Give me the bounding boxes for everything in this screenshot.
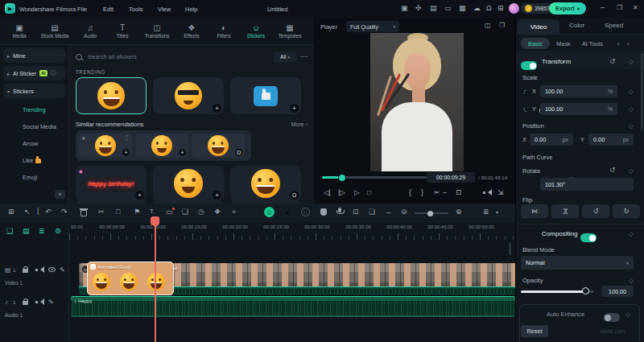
media-browser-icon[interactable]: ⊞: [8, 208, 14, 216]
duration-icon[interactable]: ◷: [198, 208, 204, 216]
sticker-laugh-emoji[interactable]: [76, 77, 147, 114]
avatar[interactable]: [509, 3, 519, 14]
track-height-icon[interactable]: ≣: [483, 208, 489, 216]
tab-stock-media[interactable]: ▤Stock Media: [35, 23, 74, 39]
voice-icon[interactable]: Ω: [290, 191, 299, 200]
scale-y-keyframe-icon[interactable]: ◇: [629, 105, 634, 113]
tab-effects[interactable]: ❖Effects: [175, 23, 208, 39]
playback-progress-knob[interactable]: [338, 174, 346, 182]
screen-record-icon[interactable]: ⊡: [353, 208, 359, 216]
sticker-laugh-variant[interactable]: ✳ ⋮ +: [79, 134, 132, 158]
subtab-next-icon[interactable]: ›: [627, 40, 629, 47]
scale-y-input[interactable]: 100.00%: [540, 103, 617, 115]
menu-file[interactable]: File: [77, 6, 87, 13]
tab-audio[interactable]: ♫Audio: [74, 23, 106, 39]
speed-ramp-icon[interactable]: ▭: [166, 208, 173, 216]
safe-area-icon[interactable]: [320, 208, 327, 216]
add-sticker-icon[interactable]: +: [179, 149, 186, 156]
sidebar-group-ai-sticker[interactable]: ▸ AI Sticker AI ⓘ: [3, 66, 65, 80]
compositing-keyframe-icon[interactable]: ◇: [629, 230, 634, 237]
next-frame-button[interactable]: |▷: [338, 188, 345, 196]
redo-icon[interactable]: ↷: [61, 208, 68, 216]
more-link[interactable]: More ›: [291, 122, 308, 127]
fullscreen-icon[interactable]: ⇲: [497, 188, 503, 196]
track-edit-icon[interactable]: ✎: [48, 299, 54, 306]
marker-flag-icon[interactable]: ⚑: [134, 208, 140, 216]
add-text-track-icon[interactable]: ▤: [23, 227, 30, 235]
video-preview[interactable]: [370, 33, 464, 171]
auto-enhance-keyframe-icon[interactable]: ◇: [625, 311, 630, 318]
split-icon[interactable]: ✂: [98, 208, 105, 216]
reset-button[interactable]: Reset: [521, 325, 548, 337]
stop-button[interactable]: □: [367, 188, 371, 196]
track-edit-icon[interactable]: ✎: [60, 266, 65, 274]
sidebar-item-trending[interactable]: Trending: [0, 101, 68, 118]
quality-dropdown[interactable]: Full Quality ▾: [346, 21, 399, 32]
zoom-in-icon[interactable]: ⊕: [456, 208, 462, 216]
scale-x-input[interactable]: 100.00%: [540, 85, 617, 97]
rotate-input[interactable]: 101.30°: [540, 178, 634, 191]
tab-speed[interactable]: Speed: [605, 22, 623, 29]
compositing-toggle[interactable]: [580, 233, 597, 242]
voiceover-icon[interactable]: [338, 208, 341, 212]
clipboard-icon[interactable]: ❏: [369, 208, 375, 216]
minimize-button[interactable]: –: [601, 4, 605, 11]
filter-dropdown[interactable]: All ▾: [274, 52, 296, 63]
manage-tracks-icon[interactable]: ≣: [39, 227, 45, 235]
tab-filters[interactable]: ◐Filters: [208, 23, 240, 39]
rotate-reset-icon[interactable]: ↺: [609, 166, 616, 174]
lock-track-icon[interactable]: [23, 269, 28, 273]
sticker-happy-birthday[interactable]: ◆ Happy birthday! +: [76, 166, 147, 201]
sticker-smile-large[interactable]: +: [153, 166, 224, 201]
tab-templates[interactable]: ▦Templates: [272, 23, 308, 39]
properties-scrollbar[interactable]: [641, 53, 643, 130]
device-icon[interactable]: ▭: [444, 5, 452, 12]
render-preview-icon[interactable]: ⊡: [456, 188, 461, 196]
rotate-ccw-button[interactable]: ↺: [582, 204, 609, 218]
zoom-out-icon[interactable]: ⊖: [401, 208, 407, 216]
rotate-keyframe-icon[interactable]: ◇: [629, 167, 634, 175]
transform-reset-icon[interactable]: ↺: [609, 57, 616, 65]
tab-video[interactable]: Video: [518, 19, 559, 34]
sticker-smile[interactable]: +: [135, 134, 188, 158]
add-sticker-icon[interactable]: +: [213, 191, 221, 200]
sticker-clip[interactable]: ☺ Animated Emoji: [87, 262, 174, 295]
transform-toggle[interactable]: [521, 61, 537, 70]
sidebar-item-social-media[interactable]: Social Media: [0, 118, 68, 135]
sidebar-item-arrow[interactable]: Arrow: [0, 135, 68, 152]
support-icon[interactable]: Ω: [486, 5, 492, 12]
subtab-ai-tools[interactable]: AI Tools: [582, 40, 603, 47]
add-sticker-icon[interactable]: +: [135, 191, 144, 200]
tab-stickers[interactable]: ☺Stickers: [240, 23, 272, 39]
sidebar-item-like[interactable]: Like: [0, 152, 68, 169]
tab-titles[interactable]: TTitles: [106, 23, 138, 39]
preview-render-icon[interactable]: ▷: [301, 208, 310, 216]
media-library-icon[interactable]: ▦: [459, 5, 466, 12]
timeline-ruler[interactable]: 00:00 00:00:05:00 00:00:10:00 00:00:15:0…: [69, 222, 515, 240]
delete-icon[interactable]: [80, 210, 87, 216]
opacity-input[interactable]: 100.00: [601, 286, 634, 297]
apps-icon[interactable]: ⊞: [497, 5, 504, 12]
rotate-cw-button[interactable]: ↻: [613, 204, 640, 218]
select-tool-icon[interactable]: ↖: [24, 208, 31, 216]
range-marker-icon[interactable]: ↔: [385, 208, 392, 216]
export-button[interactable]: Export ▾: [549, 2, 586, 14]
ai-info-icon[interactable]: ⓘ: [51, 69, 56, 77]
timeline-scrollbar[interactable]: [509, 242, 511, 255]
sticker-thumbs-up[interactable]: +: [230, 77, 301, 114]
hide-track-icon[interactable]: [48, 267, 56, 272]
timeline-zoom-knob[interactable]: [427, 211, 433, 216]
gift-icon[interactable]: ▣: [401, 5, 408, 12]
sidebar-group-mine[interactable]: ▸ Mine: [3, 48, 65, 63]
mute-track-icon[interactable]: [35, 299, 43, 305]
flip-vertical-button[interactable]: ⋈: [551, 204, 579, 218]
position-y-input[interactable]: 0.00px: [588, 134, 634, 146]
scale-x-keyframe-icon[interactable]: ◇: [629, 88, 634, 95]
add-sticker-icon[interactable]: +: [290, 104, 299, 113]
chevron-down-icon[interactable]: ▾: [496, 210, 498, 215]
effects-shortcut-icon[interactable]: ❖: [214, 208, 221, 216]
audio-clip[interactable]: ♪Happy: [71, 296, 515, 317]
detach-player-icon[interactable]: ❐: [499, 23, 505, 29]
sticker-laugh-voice[interactable]: Ω: [192, 134, 245, 158]
sticker-sunglasses-emoji[interactable]: +: [153, 77, 224, 114]
